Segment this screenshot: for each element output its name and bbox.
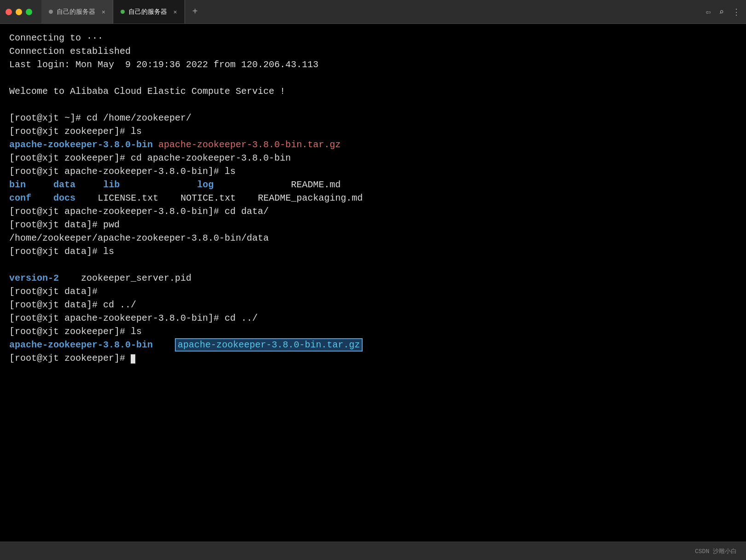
sidebar-toggle-icon[interactable]: ⇦ xyxy=(706,7,711,17)
terminal-cmd-cd-up-1: [root@xjt data]# cd ../ xyxy=(9,298,737,312)
dir-lib: lib xyxy=(103,179,120,190)
tab-active-server[interactable]: 自己的服务器 ✕ xyxy=(113,0,185,23)
terminal-ls-output-1: apache-zookeeper-3.8.0-bin apache-zookee… xyxy=(9,138,737,151)
file-tar-gz-highlighted: apache-zookeeper-3.8.0-bin.tar.gz xyxy=(175,338,363,352)
terminal-cmd-cd-up-2: [root@xjt apache-zookeeper-3.8.0-bin]# c… xyxy=(9,312,737,325)
terminal-cmd-ls-3: [root@xjt data]# ls xyxy=(9,245,737,258)
file-license: LICENSE.txt xyxy=(98,193,158,203)
more-options-icon[interactable]: ⋮ xyxy=(732,7,740,17)
terminal-ls-output-3: conf docs LICENSE.txt NOTICE.txt README_… xyxy=(9,191,737,205)
search-icon[interactable]: ⌕ xyxy=(719,7,724,17)
close-button[interactable] xyxy=(6,9,12,15)
terminal-ls-output-2: bin data lib log README.md xyxy=(9,178,737,191)
terminal-welcome: Welcome to Alibaba Cloud Elastic Compute… xyxy=(9,85,737,98)
minimize-button[interactable] xyxy=(16,9,22,15)
file-tar-gz-1: apache-zookeeper-3.8.0-bin.tar.gz xyxy=(158,139,341,150)
terminal-empty-2 xyxy=(9,98,737,111)
dir-version-2: version-2 xyxy=(9,273,59,283)
dir-conf: conf xyxy=(9,193,31,203)
tabs-area: 自己的服务器 ✕ 自己的服务器 ✕ + xyxy=(41,0,706,23)
new-tab-button[interactable]: + xyxy=(185,6,205,17)
dir-apache-zookeeper: apache-zookeeper-3.8.0-bin xyxy=(9,139,153,150)
maximize-button[interactable] xyxy=(26,9,32,15)
titlebar-actions: ⇦ ⌕ ⋮ xyxy=(706,7,740,17)
terminal-cursor xyxy=(131,354,135,364)
statusbar-text: CSDN 沙雕小白 xyxy=(695,547,737,555)
tab-inactive-server[interactable]: 自己的服务器 ✕ xyxy=(41,0,113,23)
terminal-ls-output-4: version-2 zookeeper_server.pid xyxy=(9,271,737,285)
dir-log: log xyxy=(197,179,214,190)
terminal-line-3: Last login: Mon May 9 20:19:36 2022 from… xyxy=(9,58,737,71)
terminal-cmd-ls-4: [root@xjt zookeeper]# ls xyxy=(9,325,737,338)
terminal-ls-output-5: apache-zookeeper-3.8.0-bin apache-zookee… xyxy=(9,338,737,352)
titlebar: 自己的服务器 ✕ 自己的服务器 ✕ + ⇦ ⌕ ⋮ xyxy=(0,0,746,24)
tab-label-active: 自己的服务器 xyxy=(128,8,167,16)
terminal-line-2: Connection established xyxy=(9,45,737,58)
dir-bin: bin xyxy=(9,179,26,190)
dir-apache-zookeeper-2: apache-zookeeper-3.8.0-bin xyxy=(9,340,153,350)
window-controls xyxy=(6,9,32,15)
tab-close-inactive[interactable]: ✕ xyxy=(102,8,105,16)
terminal-cmd-ls-2: [root@xjt apache-zookeeper-3.8.0-bin]# l… xyxy=(9,165,737,178)
terminal: Connecting to ··· Connection established… xyxy=(0,24,746,542)
file-readme-packaging: README_packaging.md xyxy=(258,193,363,203)
terminal-cmd-cd-data: [root@xjt apache-zookeeper-3.8.0-bin]# c… xyxy=(9,205,737,218)
tab-dot-inactive xyxy=(49,10,53,14)
dir-data: data xyxy=(53,179,75,190)
file-notice: NOTICE.txt xyxy=(180,193,236,203)
terminal-prompt-empty: [root@xjt data]# xyxy=(9,285,737,298)
terminal-empty-3 xyxy=(9,258,737,271)
terminal-line-1: Connecting to ··· xyxy=(9,31,737,45)
dir-docs: docs xyxy=(53,193,75,203)
statusbar: CSDN 沙雕小白 xyxy=(0,542,746,560)
terminal-pwd-output: /home/zookeeper/apache-zookeeper-3.8.0-b… xyxy=(9,231,737,245)
terminal-cmd-cd-home: [root@xjt ~]# cd /home/zookeeper/ xyxy=(9,111,737,125)
terminal-final-prompt: [root@xjt zookeeper]# xyxy=(9,352,737,365)
tab-dot-active xyxy=(121,10,125,14)
terminal-cmd-cd-zk: [root@xjt zookeeper]# cd apache-zookeepe… xyxy=(9,151,737,165)
file-zk-pid: zookeeper_server.pid xyxy=(81,273,191,283)
terminal-cmd-pwd: [root@xjt data]# pwd xyxy=(9,218,737,231)
file-readme-md: README.md xyxy=(291,179,341,190)
tab-label-inactive: 自己的服务器 xyxy=(57,8,95,16)
terminal-cmd-ls-1: [root@xjt zookeeper]# ls xyxy=(9,125,737,138)
terminal-empty-1 xyxy=(9,71,737,85)
tab-close-active[interactable]: ✕ xyxy=(173,8,177,16)
